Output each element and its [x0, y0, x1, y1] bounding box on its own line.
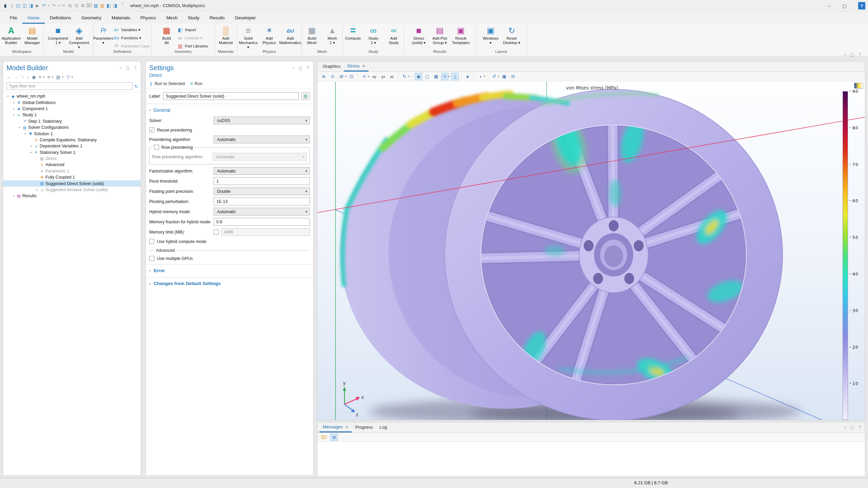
part-libraries-button[interactable]: ▥Part Libraries: [177, 43, 210, 49]
tree-node-compile-equations-stationary[interactable]: ∂Compile Equations: Stationary: [3, 137, 141, 143]
cut-icon[interactable]: ✂: [60, 2, 67, 9]
color-legend-toggle-icon[interactable]: ▯: [451, 73, 459, 80]
save-to-model-manager-icon[interactable]: ◨: [28, 2, 34, 9]
move-up-icon[interactable]: ↑: [21, 75, 24, 80]
add-plot-group-button[interactable]: ▤Add PlotGroup ▾: [429, 25, 450, 45]
zoom-out-icon[interactable]: ⊖: [329, 73, 336, 80]
legend-mini-icon[interactable]: [854, 83, 863, 88]
tree-expander-icon[interactable]: ›: [29, 144, 33, 148]
transparency-icon[interactable]: ▢: [423, 73, 431, 80]
graphics-tab-close-icon[interactable]: ✕: [362, 61, 365, 71]
orientation-icon[interactable]: ✛: [441, 73, 449, 80]
tree-expander-icon[interactable]: ›: [12, 100, 16, 105]
study-1-button[interactable]: ∞Study1 ▾: [363, 25, 383, 45]
ribbon-tab-mesh[interactable]: Mesh: [161, 13, 182, 24]
maximize-button[interactable]: ▢: [837, 0, 852, 12]
stress-solid-button[interactable]: ■Stress(solid) ▾: [408, 25, 429, 45]
ribbon-tab-developer[interactable]: Developer: [230, 13, 261, 24]
delete-icon[interactable]: ⌦: [86, 2, 93, 9]
tree-expander-icon[interactable]: ›: [29, 150, 34, 155]
filter-icon[interactable]: ▽: [66, 75, 70, 80]
tree-expander-icon[interactable]: ›: [23, 131, 28, 136]
graphics-menu-icon[interactable]: ›: [843, 54, 848, 56]
build-mesh-button[interactable]: ▦BuildMesh: [302, 25, 322, 45]
highlight-icon[interactable]: ▨: [99, 2, 105, 9]
tree-node-study-1[interactable]: ›∞Study 1: [3, 112, 141, 118]
zoom-box-icon[interactable]: ⊞: [338, 73, 345, 80]
tree-expander-icon[interactable]: ›: [12, 113, 16, 117]
general-section-header[interactable]: › General: [146, 104, 313, 114]
use-hybrid-compute-mode-checkbox[interactable]: Use hybrid compute mode: [149, 239, 310, 244]
memory-fraction-input[interactable]: 0.8: [214, 218, 310, 226]
pivot-threshold-input[interactable]: 1: [214, 177, 310, 185]
zoom-in-icon[interactable]: ⊕: [320, 73, 328, 80]
tree-expander-icon[interactable]: ›: [12, 194, 16, 198]
screenshot-icon[interactable]: ▣: [500, 73, 508, 80]
tree-node-stationary-solver-1[interactable]: ›✶Stationary Solver 1: [3, 149, 141, 156]
tree-node-global-definitions[interactable]: ›⊕Global Definitions: [3, 99, 141, 105]
compute-button[interactable]: =Compute: [343, 25, 363, 41]
add-study-button[interactable]: ∞AddStudy: [383, 25, 404, 45]
tree-expander-icon[interactable]: ›: [12, 106, 16, 111]
tree-filter-input[interactable]: Type filter text: [6, 82, 133, 90]
messages-tab-log[interactable]: Log: [376, 422, 391, 432]
wireframe-icon[interactable]: ▦: [432, 73, 440, 80]
floating-point-precision-dropdown[interactable]: Double: [214, 187, 310, 195]
run-to-selected-button[interactable]: ↧ Run to Selected: [149, 81, 185, 86]
tree-node-step-1-stationary[interactable]: ↗Step 1: Stationary: [3, 118, 141, 124]
redo-caret-icon[interactable]: ▾: [57, 2, 60, 9]
edit-label-button[interactable]: ▤: [301, 92, 310, 100]
factorization-dropdown[interactable]: Automatic: [214, 167, 310, 175]
ribbon-tab-file[interactable]: File: [5, 13, 22, 24]
open-file-icon[interactable]: ◰: [15, 2, 21, 9]
print-icon[interactable]: ⊟: [509, 73, 517, 80]
back-icon[interactable]: ←: [6, 75, 11, 80]
settings-maximize-icon[interactable]: ▢: [298, 66, 302, 70]
refresh-filter-icon[interactable]: ↻: [135, 84, 138, 89]
result-templates-button[interactable]: ▣ResultTemplates: [450, 25, 471, 45]
build-all-button[interactable]: ▦BuildAll: [156, 25, 177, 45]
help-button[interactable]: ?: [858, 2, 865, 9]
use-multiple-gpus-checkbox[interactable]: Use multiple GPUs: [149, 256, 310, 261]
rotate-icon[interactable]: ↻: [401, 73, 408, 80]
tree-node-direct[interactable]: ▨Direct: [3, 156, 141, 162]
import-button[interactable]: ◧Import: [177, 26, 210, 33]
save-icon[interactable]: ◫: [21, 2, 28, 9]
mesh-1-button[interactable]: ▲Mesh1 ▾: [322, 25, 342, 45]
tree-node-results[interactable]: ›▤Results: [3, 193, 141, 199]
application-builder-button[interactable]: AApplicationBuilder: [1, 25, 22, 45]
variables-button[interactable]: a=Variables ▾: [113, 26, 152, 33]
ribbon-tab-study[interactable]: Study: [182, 13, 204, 24]
messages-maximize-icon[interactable]: ▢: [850, 425, 854, 430]
view-xy-icon[interactable]: xy: [371, 73, 378, 80]
parameters-button[interactable]: PiParameters ▾: [93, 25, 113, 45]
find-icon[interactable]: ◧: [105, 2, 112, 9]
tree-node-dependent-variables-1[interactable]: ›υDependent Variables 1: [3, 143, 141, 149]
add-physics-button[interactable]: ✶AddPhysics: [259, 25, 280, 45]
row-preordering-checkbox[interactable]: [154, 145, 159, 150]
functions-button[interactable]: f(x)Functions ▾: [113, 35, 152, 41]
maximize-panel-icon[interactable]: ▢: [126, 66, 130, 70]
show-icon[interactable]: ◉: [32, 75, 36, 80]
changes-from-default-settings-section-header[interactable]: ›Changes from Default Settings: [146, 277, 313, 287]
messages-pin-icon[interactable]: ⊤: [858, 425, 862, 430]
add-material-button[interactable]: ▒AddMaterial: [215, 25, 236, 45]
view-yz-icon[interactable]: yz: [379, 73, 387, 80]
tree-node-suggested-iterative-solver-solid[interactable]: ›⊿Suggested Iterative Solver (solid): [3, 187, 141, 193]
solver-dropdown[interactable]: cuDSS: [214, 117, 310, 124]
run-button[interactable]: = Run: [190, 81, 202, 86]
ribbon-tab-results[interactable]: Results: [204, 13, 230, 24]
pivoting-perturbation-input[interactable]: 1E-13: [214, 198, 310, 205]
minimize-button[interactable]: –: [821, 0, 837, 12]
run-icon[interactable]: ▶: [34, 2, 41, 9]
tree-node-fully-coupled-1[interactable]: ✚Fully Coupled 1: [3, 174, 141, 180]
component-1-button[interactable]: ■Component1 ▾: [47, 25, 68, 45]
redo-icon[interactable]: ↷: [51, 2, 57, 9]
graphics-pin-icon[interactable]: ⊤: [858, 53, 862, 57]
find-results-icon[interactable]: ◨: [112, 2, 118, 9]
tree-node-component-1[interactable]: ›■Component 1: [3, 106, 141, 112]
messages-tab-messages[interactable]: Messages✕: [319, 422, 352, 432]
ribbon-tab-geometry[interactable]: Geometry: [76, 13, 106, 24]
solid-mechanics-button[interactable]: ≡SolidMechanics ▾: [238, 25, 259, 49]
hybrid-memory-mode-dropdown[interactable]: Automatic: [214, 208, 310, 216]
